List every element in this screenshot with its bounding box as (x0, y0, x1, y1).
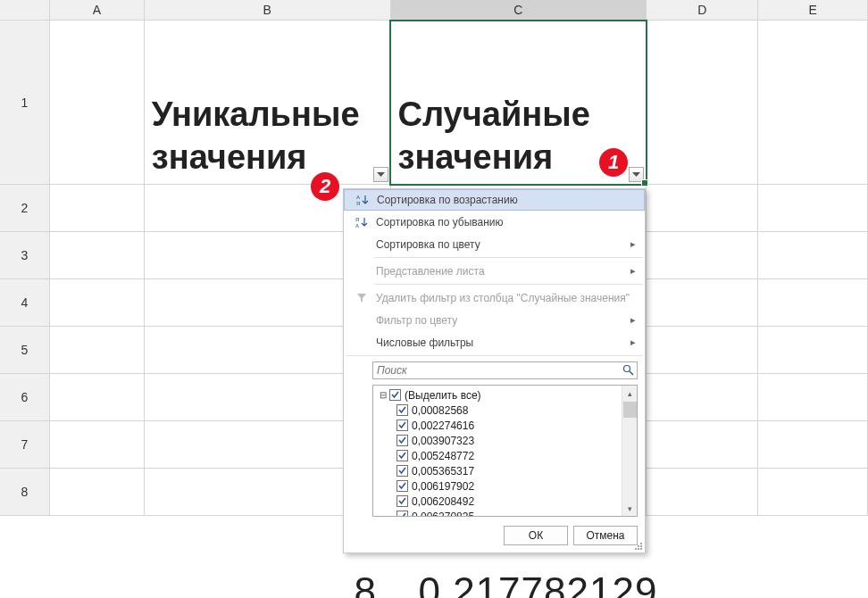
cell-D8[interactable] (647, 469, 758, 515)
menu-clear-filter: Удалить фильтр из столбца "Случайные зна… (344, 287, 645, 309)
row-header-2[interactable]: 2 (0, 185, 50, 231)
cell-E6[interactable] (758, 374, 868, 420)
filter-value-item[interactable]: 0,005248772 (377, 448, 633, 463)
filter-value-label: 0,006270835 (412, 511, 474, 518)
cell-E1[interactable] (758, 21, 868, 184)
filter-value-label: 0,00082568 (412, 404, 468, 417)
select-all-corner[interactable] (0, 0, 50, 21)
row-header-4[interactable]: 4 (0, 279, 50, 326)
menu-label: Представление листа (372, 265, 638, 278)
menu-number-filters[interactable]: Числовые фильтры (344, 331, 645, 353)
checkbox-icon[interactable] (396, 404, 408, 416)
chevron-down-icon (377, 172, 385, 178)
col-header-A[interactable]: A (50, 0, 145, 20)
dropdown-buttons: ОК Отмена (344, 520, 645, 552)
partial-row-content: 8 0,217782129 (145, 569, 657, 598)
cell-E4[interactable] (758, 279, 868, 326)
svg-line-5 (630, 371, 633, 375)
cell-D6[interactable] (647, 374, 758, 420)
menu-label: Удалить фильтр из столбца "Случайные зна… (372, 292, 638, 304)
filter-values-box: ⊟ (Выделить все) 0,00082568 0,002274616 (372, 385, 638, 517)
filter-value-item[interactable]: 0,003907323 (377, 433, 633, 448)
search-icon (622, 364, 634, 378)
checkbox-icon[interactable] (396, 480, 408, 492)
filter-value-label: (Выделить все) (405, 389, 481, 402)
row-header-3[interactable]: 3 (0, 232, 50, 278)
cell-D1[interactable] (647, 21, 758, 184)
row-1: 1 Уникальные значения Случайные значения (0, 21, 868, 185)
checkbox-icon[interactable] (396, 511, 408, 517)
annotation-badge-1: 1 (599, 148, 628, 177)
cell-E7[interactable] (758, 421, 868, 468)
cell-A4[interactable] (50, 279, 145, 326)
menu-sort-ascending[interactable]: АЯ Сортировка по возрастанию (344, 189, 645, 211)
menu-sort-by-color[interactable]: Сортировка по цвету (344, 233, 645, 255)
filter-value-item[interactable]: 0,002274616 (377, 418, 633, 433)
menu-sort-descending[interactable]: ЯА Сортировка по убыванию (344, 211, 645, 233)
chevron-down-icon (632, 172, 640, 178)
svg-point-7 (638, 545, 639, 547)
cell-A2[interactable] (50, 185, 145, 231)
cell-E8[interactable] (758, 469, 868, 515)
filter-value-label: 0,005248772 (412, 450, 474, 462)
cell-A1[interactable] (50, 21, 145, 184)
row-header-7[interactable]: 7 (0, 421, 50, 468)
resize-grip-icon[interactable] (632, 540, 643, 551)
cell-A8[interactable] (50, 469, 145, 515)
filter-value-item[interactable]: 0,006197902 (377, 478, 633, 494)
menu-label: Фильтр по цвету (372, 314, 638, 327)
scroll-thumb[interactable] (623, 402, 637, 418)
checkbox-icon[interactable] (396, 419, 408, 431)
col-header-B[interactable]: B (145, 0, 391, 20)
cell-B1-text: Уникальные значения (150, 22, 385, 182)
scroll-up-icon[interactable]: ▴ (622, 386, 638, 401)
filter-select-all[interactable]: ⊟ (Выделить все) (377, 387, 633, 403)
cell-B1[interactable]: Уникальные значения (145, 21, 391, 184)
annotation-badge-2: 2 (311, 172, 339, 201)
cell-D5[interactable] (647, 327, 758, 373)
checkbox-icon[interactable] (396, 450, 408, 461)
cell-D2[interactable] (647, 185, 758, 231)
svg-point-4 (624, 366, 630, 372)
filter-value-label: 0,005365317 (412, 465, 474, 478)
cell-A7[interactable] (50, 421, 145, 468)
cell-E2[interactable] (758, 185, 868, 231)
filter-value-item[interactable]: 0,006270835 (377, 509, 633, 517)
row-header-1[interactable]: 1 (0, 21, 50, 184)
tree-collapse-icon[interactable]: ⊟ (377, 390, 389, 400)
filter-value-item[interactable]: 0,00082568 (377, 403, 633, 418)
row-header-8[interactable]: 8 (0, 469, 50, 515)
col-header-C[interactable]: C (391, 0, 647, 20)
cell-D4[interactable] (647, 279, 758, 326)
cell-E5[interactable] (758, 327, 868, 373)
filter-value-item[interactable]: 0,005365317 (377, 463, 633, 478)
scroll-down-icon[interactable]: ▾ (622, 501, 638, 516)
filter-search-input[interactable] (372, 361, 638, 379)
menu-separator (374, 284, 643, 285)
sort-desc-icon: ЯА (351, 216, 372, 228)
row-header-5[interactable]: 5 (0, 327, 50, 373)
checkbox-icon[interactable] (396, 495, 408, 507)
svg-point-9 (635, 548, 637, 550)
checkbox-icon[interactable] (396, 435, 408, 446)
cell-E3[interactable] (758, 232, 868, 278)
cell-A6[interactable] (50, 374, 145, 420)
filter-value-item[interactable]: 0,006208492 (377, 494, 633, 509)
row-header-6[interactable]: 6 (0, 374, 50, 420)
cell-D7[interactable] (647, 421, 758, 468)
values-scrollbar[interactable]: ▴ ▾ (622, 386, 637, 516)
cell-A5[interactable] (50, 327, 145, 373)
cell-D3[interactable] (647, 232, 758, 278)
filter-button-C[interactable] (629, 167, 644, 182)
checkbox-icon[interactable] (389, 389, 401, 401)
checkbox-icon[interactable] (396, 465, 408, 477)
filter-values-tree: ⊟ (Выделить все) 0,00082568 0,002274616 (373, 386, 637, 517)
menu-sheet-view: Представление листа (344, 260, 645, 282)
col-header-D[interactable]: D (647, 0, 758, 20)
ok-button[interactable]: ОК (504, 526, 568, 545)
cancel-button[interactable]: Отмена (573, 526, 638, 545)
cell-A3[interactable] (50, 232, 145, 278)
filter-value-label: 0,002274616 (412, 419, 474, 432)
filter-button-B[interactable] (373, 167, 388, 182)
col-header-E[interactable]: E (758, 0, 868, 20)
